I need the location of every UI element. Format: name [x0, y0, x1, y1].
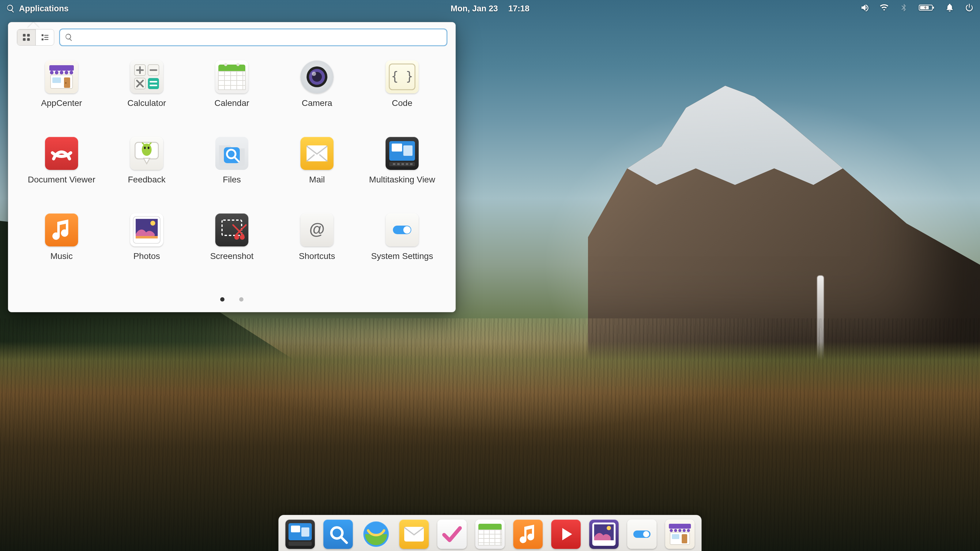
svg-rect-50	[401, 163, 404, 165]
svg-rect-1	[933, 6, 934, 9]
toggle-icon	[627, 519, 657, 549]
app-system-settings[interactable]: System Settings	[361, 210, 443, 286]
svg-point-55	[150, 221, 155, 225]
app-screenshot[interactable]: Screenshot	[191, 210, 273, 286]
photos-icon	[130, 213, 164, 247]
svg-text:{ }: { }	[391, 69, 413, 83]
multitasking-view-icon	[385, 136, 419, 170]
app-feedback[interactable]: Feedback	[106, 133, 188, 210]
top-panel: Applications Mon, Jan 23 17:18	[0, 0, 980, 17]
svg-rect-85	[672, 534, 679, 539]
checkmark-icon	[438, 519, 467, 549]
dock-item-system-settings[interactable]	[627, 519, 657, 549]
svg-rect-46	[403, 145, 412, 156]
clock-date: Mon, Jan 23	[450, 4, 498, 13]
applications-label: Applications	[19, 4, 68, 13]
list-icon	[40, 33, 49, 42]
search-icon	[323, 519, 353, 549]
music-icon	[513, 519, 542, 549]
svg-point-78	[670, 529, 673, 532]
app-camera[interactable]: Camera	[276, 57, 358, 133]
app-multitasking-view[interactable]: Multitasking View	[361, 133, 443, 210]
app-music[interactable]: Music	[21, 210, 103, 286]
bluetooth-icon	[899, 3, 908, 12]
app-calculator[interactable]: Calculator	[106, 57, 188, 133]
page-dot-1[interactable]	[220, 297, 224, 302]
svg-point-34	[312, 71, 316, 76]
svg-point-18	[70, 71, 73, 75]
svg-rect-49	[397, 163, 400, 165]
power-indicator[interactable]	[965, 3, 974, 14]
app-appcenter[interactable]: AppCenter	[21, 57, 103, 133]
svg-rect-45	[392, 144, 402, 151]
page-indicator	[220, 297, 243, 302]
app-label: System Settings	[371, 251, 433, 261]
app-calendar[interactable]: Calendar	[191, 57, 273, 133]
svg-rect-3	[23, 34, 26, 37]
dock-item-photos[interactable]	[589, 519, 619, 549]
clock[interactable]: Mon, Jan 23 17:18	[450, 4, 530, 13]
svg-point-38	[142, 144, 151, 156]
svg-rect-70	[478, 524, 502, 530]
files-icon	[215, 136, 249, 170]
app-label: Calculator	[127, 98, 166, 108]
applications-popover: AppCenter Calculator	[8, 22, 456, 312]
code-icon: { }	[385, 60, 419, 94]
notifications-indicator[interactable]	[945, 3, 954, 14]
camera-icon	[300, 60, 334, 94]
page-dot-2[interactable]	[239, 297, 243, 302]
app-label: Files	[223, 175, 241, 184]
grid-icon	[22, 33, 31, 42]
app-label: Music	[50, 251, 73, 261]
svg-rect-63	[291, 526, 300, 532]
dock-item-web-browser[interactable]	[361, 519, 391, 549]
dock-item-files[interactable]	[323, 519, 353, 549]
app-document-viewer[interactable]: Document Viewer	[21, 133, 103, 210]
svg-rect-6	[27, 38, 30, 41]
power-icon	[965, 3, 974, 12]
dock-item-music[interactable]	[513, 519, 542, 549]
wifi-indicator[interactable]	[880, 3, 889, 14]
app-label: Screenshot	[210, 251, 254, 261]
mail-icon	[300, 136, 334, 170]
dock-item-appcenter[interactable]	[665, 519, 695, 549]
battery-charging-icon	[919, 3, 935, 12]
dock-item-videos[interactable]	[551, 519, 581, 549]
category-view-button[interactable]	[35, 29, 54, 45]
app-label: Photos	[133, 251, 160, 261]
document-viewer-icon	[45, 136, 79, 170]
app-label: Multitasking View	[369, 175, 435, 184]
svg-point-39	[144, 147, 146, 149]
svg-point-80	[678, 529, 681, 532]
bluetooth-indicator[interactable]	[899, 3, 908, 14]
calendar-icon	[475, 519, 505, 549]
app-shortcuts[interactable]: @ Shortcuts	[276, 210, 358, 286]
bell-icon	[945, 3, 954, 12]
applications-menu-button[interactable]: Applications	[6, 4, 68, 13]
search-icon	[6, 4, 15, 13]
globe-icon	[361, 519, 391, 549]
grid-view-button[interactable]	[17, 29, 35, 45]
svg-rect-26	[148, 78, 159, 89]
appcenter-icon	[45, 60, 79, 94]
app-photos[interactable]: Photos	[106, 210, 188, 286]
svg-rect-5	[23, 38, 26, 41]
app-search-input[interactable]	[60, 29, 447, 46]
battery-indicator[interactable]	[919, 3, 935, 14]
dock-item-calendar[interactable]	[475, 519, 505, 549]
volume-indicator[interactable]	[860, 3, 869, 14]
app-label: Feedback	[128, 175, 166, 184]
svg-rect-10	[44, 39, 48, 40]
dock-item-mail[interactable]	[399, 519, 429, 549]
dock-item-tasks[interactable]	[438, 519, 467, 549]
svg-point-82	[687, 529, 690, 532]
play-icon	[551, 519, 581, 549]
svg-rect-64	[301, 527, 309, 537]
app-code[interactable]: { } Code	[361, 57, 443, 133]
app-mail[interactable]: Mail	[276, 133, 358, 210]
speaker-icon	[860, 3, 869, 12]
dock-item-multitasking-view[interactable]	[285, 519, 315, 549]
svg-rect-9	[41, 38, 43, 40]
app-files[interactable]: Files	[191, 133, 273, 210]
svg-rect-7	[41, 34, 43, 36]
